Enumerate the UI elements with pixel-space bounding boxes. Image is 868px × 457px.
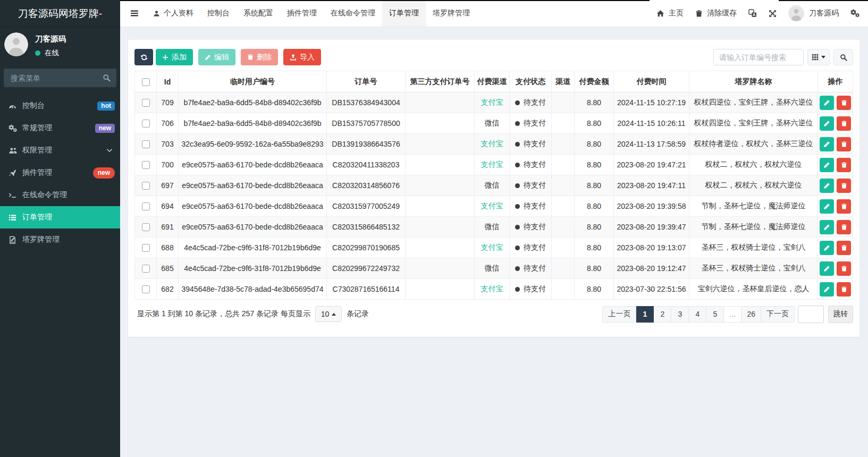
- sidebar-item-tarot[interactable]: 塔罗牌管理: [0, 228, 120, 251]
- cell-channel2: [552, 217, 575, 238]
- cell-id: 706: [157, 113, 179, 134]
- cell-pay-time: 2023-08-20 19:47:21: [614, 155, 689, 175]
- row-checkbox[interactable]: [142, 223, 150, 231]
- order-search-input[interactable]: [713, 49, 804, 65]
- menu-toggle-icon[interactable]: [125, 0, 144, 27]
- tab-profile[interactable]: 个人资料: [146, 0, 200, 27]
- row-checkbox[interactable]: [142, 120, 150, 128]
- row-delete-button[interactable]: [837, 179, 851, 193]
- row-edit-button[interactable]: [820, 96, 834, 110]
- pay-status: 待支付: [515, 98, 546, 107]
- delete-button[interactable]: 删除: [241, 49, 278, 65]
- row-delete-button[interactable]: [837, 137, 851, 151]
- tab-dashboard[interactable]: 控制台: [200, 0, 237, 27]
- tab-command[interactable]: 在线命令管理: [324, 0, 382, 27]
- sidebar-item-dashboard[interactable]: 控制台 hot: [0, 95, 120, 117]
- channel-label[interactable]: 支付宝: [481, 243, 503, 251]
- gears-icon: [850, 9, 860, 18]
- select-all-checkbox[interactable]: [142, 78, 150, 86]
- channel-label[interactable]: 支付宝: [481, 201, 503, 210]
- row-checkbox[interactable]: [142, 99, 150, 107]
- row-checkbox[interactable]: [142, 182, 150, 190]
- row-checkbox[interactable]: [142, 202, 150, 210]
- online-status-dot: [35, 50, 40, 56]
- settings-menu[interactable]: [845, 0, 866, 27]
- cell-actions: [818, 238, 853, 258]
- cell-tarot-name: 圣杯三，权杖骑士逆位，宝剑八: [689, 238, 818, 258]
- columns-toggle-button[interactable]: [807, 49, 830, 65]
- row-edit-button[interactable]: [820, 282, 834, 297]
- import-button[interactable]: 导入: [283, 49, 321, 65]
- row-checkbox[interactable]: [142, 244, 150, 252]
- row-edit-button[interactable]: [820, 220, 834, 234]
- page-item[interactable]: 4: [689, 306, 706, 323]
- sidebar-search-input[interactable]: [4, 69, 116, 87]
- page-item[interactable]: 26: [741, 306, 761, 323]
- refresh-button[interactable]: [134, 49, 153, 65]
- channel-label[interactable]: 支付宝: [481, 98, 503, 106]
- sidebar-item-auth[interactable]: 权限管理: [0, 139, 120, 162]
- tab-tarot[interactable]: 塔罗牌管理: [426, 0, 477, 27]
- sidebar-item-general[interactable]: 常规管理 new: [0, 117, 120, 139]
- tab-addon[interactable]: 插件管理: [280, 0, 324, 27]
- page-item[interactable]: 3: [671, 306, 689, 323]
- jump-page-input[interactable]: [798, 306, 824, 323]
- user-menu[interactable]: 刀客源码: [782, 0, 845, 27]
- table-row: 6884e4c5cad-72be-c9f6-31f8-7012b19b6d9eC…: [135, 238, 853, 258]
- row-edit-button[interactable]: [820, 241, 834, 255]
- row-edit-button[interactable]: [820, 137, 834, 151]
- channel-label[interactable]: 支付宝: [481, 139, 503, 148]
- summary-text: 显示第 1 到第 10 条记录，总共 257 条记录 每页显示: [137, 309, 310, 319]
- row-checkbox[interactable]: [142, 285, 150, 293]
- jump-button[interactable]: 跳转: [828, 306, 853, 323]
- cogs-icon: [9, 124, 20, 132]
- row-checkbox[interactable]: [142, 265, 150, 273]
- home-link[interactable]: 主页: [651, 0, 689, 27]
- sidebar-user-panel: 刀客源码 在线: [0, 27, 120, 65]
- row-edit-button[interactable]: [820, 116, 834, 131]
- row-delete-button[interactable]: [837, 241, 851, 255]
- channel-label[interactable]: 支付宝: [481, 284, 503, 293]
- language-switch[interactable]: [743, 0, 763, 27]
- row-delete-button[interactable]: [837, 158, 851, 172]
- sidebar-avatar: [4, 32, 28, 56]
- cell-third-no: [406, 258, 475, 279]
- row-delete-button[interactable]: [837, 116, 851, 131]
- sidebar-item-addon[interactable]: 插件管理 new: [0, 162, 120, 184]
- page-item[interactable]: ...: [724, 306, 741, 323]
- row-delete-button[interactable]: [837, 282, 851, 297]
- page-item[interactable]: 5: [706, 306, 724, 323]
- row-delete-button[interactable]: [837, 261, 851, 276]
- clear-cache-link[interactable]: 清除缓存: [689, 0, 743, 27]
- page-item[interactable]: 2: [654, 306, 671, 323]
- row-edit-button[interactable]: [820, 158, 834, 172]
- add-button[interactable]: 添加: [156, 49, 193, 65]
- row-edit-button[interactable]: [820, 261, 834, 276]
- search-icon[interactable]: [103, 74, 111, 82]
- page-item[interactable]: 1: [636, 306, 654, 323]
- search-button[interactable]: [833, 49, 853, 65]
- tab-order[interactable]: 订单管理: [382, 0, 426, 27]
- row-checkbox[interactable]: [142, 161, 150, 169]
- row-delete-button[interactable]: [837, 199, 851, 214]
- page-size-dropdown[interactable]: 10: [315, 306, 342, 322]
- cell-channel: 支付宝: [475, 238, 510, 258]
- edit-button[interactable]: 编辑: [198, 49, 235, 65]
- row-checkbox[interactable]: [142, 140, 150, 148]
- sidebar-item-command[interactable]: 在线命令管理: [0, 184, 120, 206]
- row-delete-button[interactable]: [837, 220, 851, 234]
- row-delete-button[interactable]: [837, 96, 851, 110]
- row-edit-button[interactable]: [820, 199, 834, 214]
- cell-pay-time: 2023-08-20 19:12:47: [614, 258, 689, 279]
- channel-label[interactable]: 支付宝: [481, 160, 503, 168]
- cell-channel: 支付宝: [475, 155, 510, 175]
- tab-system-config[interactable]: 系统配置: [237, 0, 280, 27]
- sidebar-item-order[interactable]: 订单管理: [0, 206, 120, 228]
- cell-user-no: e9ce0575-aa63-6170-bede-dcd8b26eaaca: [179, 155, 327, 175]
- row-edit-button[interactable]: [820, 179, 834, 193]
- page-next[interactable]: 下一页: [761, 306, 795, 323]
- page-prev[interactable]: 上一页: [602, 306, 636, 323]
- tarot-icon: [9, 236, 20, 244]
- cell-actions: [818, 113, 853, 134]
- fullscreen-toggle[interactable]: [763, 0, 782, 27]
